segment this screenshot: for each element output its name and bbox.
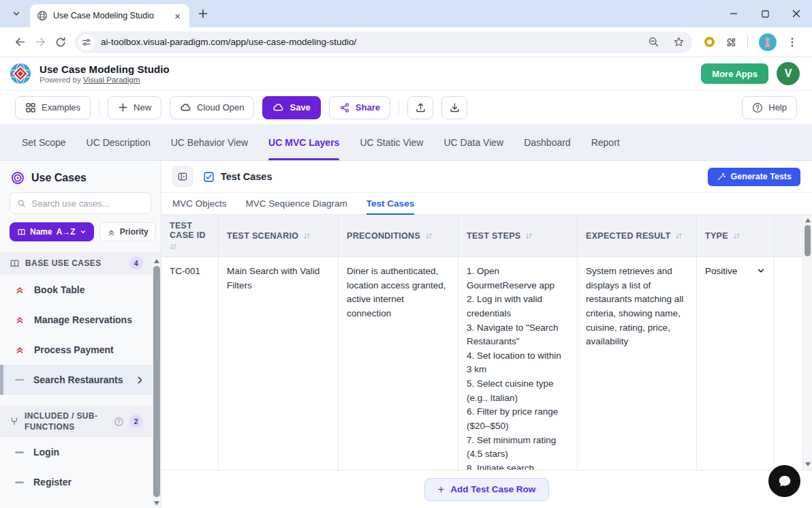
cloud-open-button[interactable]: Cloud Open [170,96,254,119]
cloud-save-icon [272,102,284,113]
close-icon [792,10,800,18]
chevron-down-icon [756,266,766,275]
app-toolbar: Examples New Cloud Open Save Share Help [0,91,812,124]
sidebar-item-login[interactable]: Login [0,437,161,467]
puzzle-icon [725,36,738,48]
site-settings-button[interactable] [78,34,95,50]
tab-set-scope[interactable]: Set Scope [22,124,66,160]
browser-profile-avatar[interactable] [759,33,777,51]
back-button[interactable] [10,32,30,53]
subtab-test-cases[interactable]: Test Cases [366,193,414,214]
maximize-button[interactable] [749,0,781,27]
tab-report[interactable]: Report [591,124,620,160]
sort-by-name-button[interactable]: Name A→Z [10,222,94,241]
sort-by-priority-button[interactable]: Priority [99,222,156,241]
bookmark-button[interactable] [669,33,688,52]
sidebar-scrollbar[interactable] [153,256,161,508]
table-footer: + Add Test Case Row [161,470,812,508]
subtab-mvc-objects[interactable]: MVC Objects [172,193,227,214]
new-tab-button[interactable] [198,8,208,19]
more-apps-button[interactable]: More Apps [701,63,768,84]
cell-test-case-id[interactable]: TC-001 [161,257,219,470]
subtab-mvc-sequence-diagram[interactable]: MVC Sequence Diagram [246,193,347,214]
search-input[interactable] [31,198,144,209]
globe-favicon-icon [37,10,48,21]
help-button[interactable]: Help [742,96,797,119]
use-case-list: BASE USE CASES 4 Book Table Manage Reser… [0,252,161,508]
examples-button[interactable]: Examples [15,96,91,119]
sidebar-item-process-payment[interactable]: Process Payment [0,335,161,365]
scroll-up-arrow[interactable] [153,257,161,265]
omnibox[interactable]: ai-toolbox.visual-paradigm.com/app/use-c… [75,31,692,53]
close-window-button[interactable] [781,0,812,27]
generate-tests-button[interactable]: Generate Tests [708,168,800,186]
app-header: Use Case Modeling Studio Powered by Visu… [0,57,812,91]
cell-test-scenario[interactable]: Main Search with Valid Filters [219,257,339,470]
extensions-button[interactable] [721,32,742,53]
col-header-test-case-id[interactable]: TEST CASE ID [161,215,219,257]
scroll-down-arrow[interactable] [153,499,161,507]
scrollbar-thumb[interactable] [153,266,160,497]
zoom-button[interactable] [644,33,663,52]
scroll-down-arrow[interactable] [803,460,812,468]
chevrons-up-icon [107,228,116,237]
sidebar-item-book-table[interactable]: Book Table [0,275,161,305]
export-button[interactable] [441,96,467,119]
tab-close-button[interactable]: × [172,10,183,22]
toolbar-divider [99,99,99,117]
help-icon [752,102,763,113]
col-header-test-scenario[interactable]: TEST SCENARIO [219,215,339,257]
type-select[interactable]: Positive [705,265,766,279]
scroll-up-arrow[interactable] [803,216,812,224]
cell-preconditions[interactable]: Diner is authenticated, location access … [339,257,458,470]
new-button[interactable]: New [108,96,161,119]
reload-button[interactable] [50,32,71,53]
priority-high-icon [15,345,25,355]
import-button[interactable] [407,96,433,119]
tab-uc-behavior-view[interactable]: UC Behavior View [171,124,248,160]
tab-uc-static-view[interactable]: UC Static View [360,124,423,160]
tab-title: Use Case Modeling Studio [53,11,167,20]
col-header-test-steps[interactable]: TEST STEPS [458,215,578,257]
browser-tab[interactable]: Use Case Modeling Studio × [30,4,189,27]
browser-tab-strip: Use Case Modeling Studio × [0,0,812,27]
powered-by: Powered by Visual Paradigm [40,76,170,84]
add-test-case-row-button[interactable]: + Add Test Case Row [424,478,549,501]
tab-uc-data-view[interactable]: UC Data View [443,124,503,160]
col-header-type[interactable]: TYPE [697,215,775,257]
question-circle-icon[interactable] [114,417,124,427]
sidebar-item-manage-reservations[interactable]: Manage Reservations [0,305,161,335]
tab-dashboard[interactable]: Dashboard [524,124,571,160]
url-text[interactable]: ai-toolbox.visual-paradigm.com/app/use-c… [101,37,638,47]
search-icon [17,198,26,209]
use-case-search[interactable] [10,192,151,214]
tab-uc-mvc-layers[interactable]: UC MVC Layers [268,124,339,160]
user-avatar[interactable]: V [777,62,800,85]
share-button[interactable]: Share [329,96,390,119]
tab-uc-description[interactable]: UC Description [87,124,151,160]
col-header-spacer [775,215,802,257]
cell-expected-result[interactable]: System retrieves and displays a list of … [578,257,697,470]
save-button[interactable]: Save [262,96,320,119]
extension-badge-icon[interactable] [704,37,715,47]
sort-icon [303,232,311,240]
browser-menu-button[interactable] [782,32,802,53]
col-header-expected-result[interactable]: EXPECTED RESULT [578,215,697,257]
book-icon [10,258,20,269]
sort-icon [425,232,433,240]
table-scrollbar[interactable] [802,215,812,470]
sidebar-toggle-button[interactable] [172,166,193,187]
forward-button[interactable] [30,32,50,53]
sort-icon [675,232,683,240]
chat-widget-button[interactable] [768,465,800,497]
sidebar-item-search-restaurants[interactable]: Search Restaurants [0,365,161,395]
visual-paradigm-link[interactable]: Visual Paradigm [83,76,140,84]
col-header-preconditions[interactable]: PRECONDITIONS [339,215,458,257]
book-icon [17,228,26,237]
minimize-button[interactable] [718,0,749,27]
priority-high-icon [15,315,25,325]
scrollbar-thumb[interactable] [805,225,811,256]
tab-search-button[interactable] [7,5,26,23]
cell-test-steps[interactable]: 1. Open GourmetReserve app 2. Log in wit… [458,257,578,470]
sidebar-item-register[interactable]: Register [0,467,161,497]
